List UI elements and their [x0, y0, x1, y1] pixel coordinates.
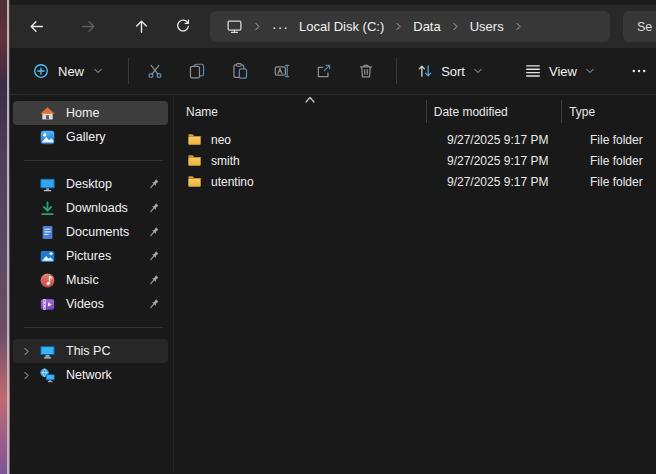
location-device-icon: [226, 18, 243, 35]
sidebar-item-music[interactable]: Music: [13, 268, 168, 292]
sidebar-item-gallery[interactable]: Gallery: [13, 125, 168, 149]
documents-icon: [39, 224, 56, 241]
rename-button[interactable]: [265, 54, 298, 88]
plus-circle-icon: [32, 62, 50, 80]
pin-icon: [147, 177, 161, 191]
share-icon: [315, 62, 333, 80]
arrow-right-icon: [80, 18, 97, 35]
new-button-label: New: [58, 64, 84, 79]
up-button[interactable]: [124, 10, 158, 42]
screen: ··· Local Disk (C:) Data Users Se New: [0, 0, 656, 474]
column-header-date-modified[interactable]: Date modified: [426, 100, 561, 123]
search-box[interactable]: Se: [623, 11, 656, 42]
column-header-type[interactable]: Type: [561, 100, 656, 123]
refresh-button[interactable]: [166, 10, 200, 42]
file-date-modified: 9/27/2025 9:17 PM: [440, 175, 583, 189]
sidebar-item-label: Home: [66, 106, 99, 120]
videos-icon: [39, 296, 56, 313]
column-header-row: Name Date modified Type: [174, 100, 656, 123]
back-button[interactable]: [19, 10, 53, 42]
file-row-neo[interactable]: neo 9/27/2025 9:17 PM File folder: [174, 129, 656, 150]
sidebar-item-documents[interactable]: Documents: [13, 220, 168, 244]
folder-icon: [186, 132, 203, 147]
more-options-button[interactable]: [623, 54, 656, 88]
sidebar-item-this-pc[interactable]: This PC: [13, 339, 168, 363]
sidebar-item-downloads[interactable]: Downloads: [13, 196, 168, 220]
navigation-bar: ··· Local Disk (C:) Data Users Se: [10, 5, 656, 48]
sidebar-item-home[interactable]: Home: [13, 101, 168, 125]
share-button[interactable]: [307, 54, 340, 88]
arrow-left-icon: [28, 18, 45, 35]
trash-icon: [357, 62, 375, 80]
view-button[interactable]: View: [515, 55, 605, 87]
cut-button[interactable]: [139, 54, 172, 88]
music-icon: [39, 272, 56, 289]
sidebar-item-label: Gallery: [66, 130, 106, 144]
sidebar-item-videos[interactable]: Videos: [13, 292, 168, 316]
sidebar-item-pictures[interactable]: Pictures: [13, 244, 168, 268]
copy-button[interactable]: [181, 54, 214, 88]
window-edge-highlight: [7, 0, 9, 474]
address-bar[interactable]: ··· Local Disk (C:) Data Users: [210, 11, 610, 42]
pin-icon: [147, 201, 161, 215]
folder-icon: [186, 153, 203, 168]
chevron-down-icon: [472, 65, 484, 77]
view-lines-icon: [524, 62, 542, 80]
delete-button[interactable]: [349, 54, 382, 88]
arrow-up-icon: [133, 18, 150, 35]
file-explorer-window: ··· Local Disk (C:) Data Users Se New: [10, 0, 656, 474]
clipboard-icon: [231, 62, 249, 80]
sidebar-item-label: Downloads: [66, 201, 128, 215]
pin-icon: [147, 297, 161, 311]
sidebar-item-label: Desktop: [66, 177, 112, 191]
folder-icon: [186, 174, 203, 189]
scissors-icon: [146, 62, 164, 80]
sort-arrows-icon: [416, 62, 434, 80]
toolbar-divider: [128, 58, 129, 84]
breadcrumb-chevron-icon[interactable]: [393, 21, 404, 32]
file-type: File folder: [583, 133, 643, 147]
new-button[interactable]: New: [22, 55, 114, 87]
sidebar-separator: [24, 327, 163, 328]
breadcrumb-item-drive[interactable]: Local Disk (C:): [299, 19, 384, 34]
sidebar-item-network[interactable]: Network: [13, 363, 168, 387]
tree-expand-chevron-icon[interactable]: [21, 346, 39, 357]
file-name: neo: [211, 133, 231, 147]
file-row-utentino[interactable]: utentino 9/27/2025 9:17 PM File folder: [174, 171, 656, 192]
chevron-down-icon: [584, 65, 596, 77]
paste-button[interactable]: [223, 54, 256, 88]
breadcrumb-overflow-button[interactable]: ···: [272, 19, 289, 35]
breadcrumb-item-data[interactable]: Data: [413, 19, 440, 34]
file-row-smith[interactable]: smith 9/27/2025 9:17 PM File folder: [174, 150, 656, 171]
tree-expand-chevron-icon[interactable]: [21, 370, 39, 381]
breadcrumb-chevron-icon[interactable]: [450, 21, 461, 32]
copy-icon: [188, 62, 206, 80]
chevron-down-icon: [92, 65, 104, 77]
rename-icon: [273, 62, 291, 80]
file-type: File folder: [583, 154, 643, 168]
this-pc-icon: [39, 343, 56, 360]
refresh-icon: [175, 18, 191, 34]
command-bar: New Sort View: [10, 48, 656, 95]
breadcrumb-chevron-icon[interactable]: [252, 21, 263, 32]
file-date-modified: 9/27/2025 9:17 PM: [440, 133, 583, 147]
file-list-pane: Name Date modified Type neo 9/27/2025 9:…: [174, 95, 656, 473]
search-text: Se: [637, 20, 652, 34]
sidebar-item-desktop[interactable]: Desktop: [13, 172, 168, 196]
gallery-icon: [39, 129, 56, 146]
sort-button[interactable]: Sort: [407, 55, 493, 87]
pictures-icon: [39, 248, 56, 265]
sidebar-item-label: Music: [66, 273, 99, 287]
file-name: smith: [211, 154, 240, 168]
sort-button-label: Sort: [441, 64, 465, 79]
file-rows: neo 9/27/2025 9:17 PM File folder smith …: [174, 129, 656, 192]
breadcrumb-chevron-icon[interactable]: [513, 21, 524, 32]
sidebar-item-label: This PC: [66, 344, 110, 358]
toolbar-divider: [396, 58, 397, 84]
breadcrumb-item-users[interactable]: Users: [470, 19, 504, 34]
forward-button[interactable]: [71, 10, 105, 42]
sidebar-separator: [24, 160, 163, 161]
view-button-label: View: [549, 64, 577, 79]
file-type: File folder: [583, 175, 643, 189]
pin-icon: [147, 249, 161, 263]
